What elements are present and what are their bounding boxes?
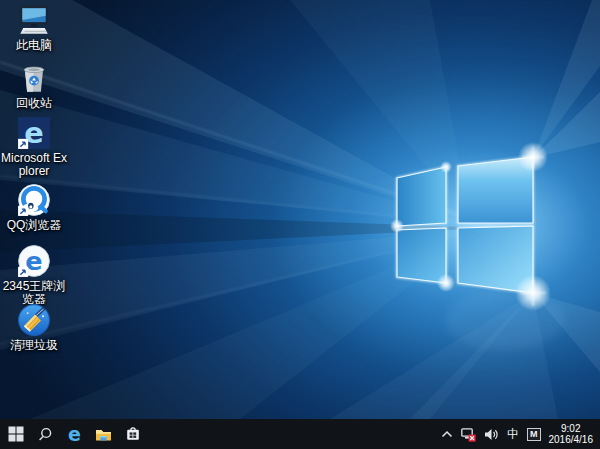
clean-junk-icon bbox=[17, 303, 51, 337]
windows-start-icon bbox=[8, 426, 24, 442]
taskbar-file-explorer-button[interactable] bbox=[89, 419, 118, 449]
clock-time: 9:02 bbox=[549, 423, 594, 435]
tray-volume-icon[interactable] bbox=[480, 419, 503, 449]
desktop-icon-label: QQ浏览器 bbox=[7, 219, 62, 232]
taskbar-store-button[interactable] bbox=[118, 419, 147, 449]
taskbar-edge-button[interactable]: e bbox=[60, 419, 89, 449]
desktop-icon-2345-browser[interactable]: e 2345王牌浏览器 bbox=[0, 244, 68, 306]
store-icon bbox=[125, 426, 141, 442]
tray-chevron-up-icon[interactable] bbox=[437, 419, 457, 449]
desktop-icon-label: 此电脑 bbox=[16, 39, 52, 52]
ime-mode-label: M bbox=[527, 428, 541, 441]
desktop-icon-recycle-bin[interactable]: 回收站 bbox=[0, 61, 68, 110]
shortcut-arrow-icon bbox=[18, 206, 28, 216]
start-button[interactable] bbox=[0, 419, 31, 449]
desktop-icon-clean-junk[interactable]: 清理垃圾 bbox=[0, 303, 68, 352]
2345-browser-icon: e bbox=[17, 244, 51, 278]
desktop[interactable]: 此电脑 回收站 e bbox=[0, 0, 600, 419]
desktop-icon-microsoft-explorer[interactable]: e Microsoft Explorer bbox=[0, 116, 68, 178]
wallpaper bbox=[0, 0, 600, 419]
taskbar: e bbox=[0, 419, 600, 449]
tray-ime-mode-indicator[interactable]: M bbox=[523, 419, 545, 449]
search-button[interactable] bbox=[31, 419, 60, 449]
search-icon bbox=[38, 427, 53, 442]
windows-desktop-screen: { "desktop": { "icons": [ {"label": "此电脑… bbox=[0, 0, 600, 449]
tray-ime-language-indicator[interactable]: 中 bbox=[503, 419, 523, 449]
desktop-icon-this-pc[interactable]: 此电脑 bbox=[0, 3, 68, 52]
shortcut-arrow-icon bbox=[18, 139, 28, 149]
taskbar-left: e bbox=[0, 419, 147, 449]
qq-browser-icon bbox=[17, 183, 51, 217]
file-explorer-icon bbox=[95, 427, 112, 442]
desktop-icon-qq-browser[interactable]: QQ浏览器 bbox=[0, 183, 68, 232]
edge-icon: e bbox=[68, 425, 81, 444]
desktop-icon-label: 清理垃圾 bbox=[10, 339, 58, 352]
system-tray: 中 M 9:02 2016/4/16 bbox=[437, 419, 600, 449]
clock-date: 2016/4/16 bbox=[549, 434, 594, 446]
recycle-bin-icon bbox=[17, 61, 51, 95]
desktop-icon-label: Microsoft Explorer bbox=[1, 152, 67, 178]
tray-network-disconnected-icon[interactable] bbox=[457, 419, 480, 449]
shortcut-arrow-icon bbox=[18, 267, 28, 277]
edge-browser-icon: e bbox=[17, 116, 51, 150]
hero-wallpaper-art bbox=[0, 0, 600, 419]
tray-clock[interactable]: 9:02 2016/4/16 bbox=[545, 419, 599, 449]
desktop-icon-label: 回收站 bbox=[16, 97, 52, 110]
ime-language-label: 中 bbox=[507, 428, 519, 440]
this-pc-icon bbox=[17, 3, 51, 37]
